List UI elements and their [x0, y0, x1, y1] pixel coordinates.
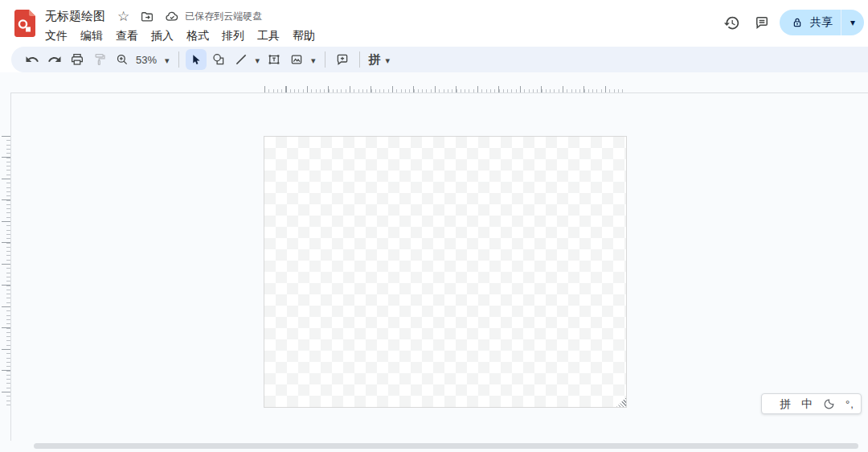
line-tool-button[interactable]: [231, 49, 252, 70]
menu-item-view[interactable]: 查看: [109, 27, 145, 45]
print-button[interactable]: [67, 49, 88, 70]
share-button-label: 共享: [810, 15, 833, 30]
move-to-folder-icon[interactable]: [140, 10, 154, 24]
horizontal-ruler: [264, 86, 625, 92]
header-actions: 共享 ▾: [719, 10, 864, 35]
line-dropdown-arrow-icon[interactable]: ▾: [252, 52, 264, 67]
ime-language-toggle[interactable]: 中: [801, 398, 813, 409]
google-drawings-window: 无标题绘图 ☆ 已保存到云端硬盘 文件 编辑: [0, 0, 868, 452]
menu-item-help[interactable]: 帮助: [286, 27, 321, 45]
select-tool-button[interactable]: [186, 49, 207, 70]
undo-button[interactable]: [22, 49, 43, 70]
text-box-tool-button[interactable]: [264, 49, 285, 70]
toolbar-separator: [178, 51, 179, 68]
menu-bar: 文件 编辑 查看 插入 格式 排列 工具 帮助: [39, 27, 321, 45]
input-method-toolbar: 拼 中 °,: [761, 393, 862, 414]
version-history-icon[interactable]: [719, 10, 744, 35]
lock-icon: [791, 16, 804, 29]
input-tools-button[interactable]: 拼: [369, 52, 381, 68]
zoom-level-value[interactable]: 53%: [136, 54, 158, 66]
menu-item-format[interactable]: 格式: [180, 27, 215, 45]
title-block: 无标题绘图 ☆ 已保存到云端硬盘 文件 编辑: [45, 7, 321, 45]
horizontal-scrollbar[interactable]: [34, 443, 858, 449]
cloud-saved-icon[interactable]: [165, 10, 179, 24]
google-drawings-logo-icon[interactable]: [14, 10, 35, 37]
toolbar-separator: [325, 51, 326, 68]
zoom-dropdown-arrow-icon[interactable]: ▾: [162, 52, 173, 67]
ime-width-moon-icon[interactable]: [823, 398, 835, 410]
image-dropdown-arrow-icon[interactable]: ▾: [308, 52, 319, 67]
insert-image-button[interactable]: [286, 49, 307, 70]
toolbar: 53% ▾ ▾: [11, 47, 868, 72]
canvas-resize-handle[interactable]: [616, 397, 626, 407]
zoom-button[interactable]: [112, 49, 133, 70]
work-area: 拼 中 °,: [0, 72, 868, 452]
toolbar-separator: [359, 51, 360, 68]
work-area-top-border: [10, 92, 868, 93]
menu-item-arrange[interactable]: 排列: [215, 27, 251, 45]
redo-button[interactable]: [44, 49, 65, 70]
share-button[interactable]: 共享 ▾: [780, 10, 864, 35]
share-dropdown-button[interactable]: ▾: [841, 10, 864, 35]
document-title[interactable]: 无标题绘图: [45, 9, 105, 24]
ime-punctuation-toggle[interactable]: °,: [845, 399, 854, 409]
star-icon[interactable]: ☆: [117, 10, 129, 23]
shape-tool-button[interactable]: [208, 49, 229, 70]
ime-pinyin-toggle[interactable]: 拼: [780, 398, 791, 409]
menu-item-insert[interactable]: 插入: [145, 27, 180, 45]
menu-item-edit[interactable]: 编辑: [74, 27, 109, 45]
menu-item-file[interactable]: 文件: [39, 27, 74, 45]
input-tools-dropdown-arrow-icon[interactable]: ▾: [383, 52, 394, 67]
header: 无标题绘图 ☆ 已保存到云端硬盘 文件 编辑: [0, 0, 868, 47]
add-comment-button[interactable]: [332, 49, 353, 70]
vertical-ruler: [2, 136, 10, 407]
menu-item-tools[interactable]: 工具: [251, 27, 286, 45]
dropdown-arrow-icon: ▾: [850, 18, 855, 27]
share-button-main[interactable]: 共享: [780, 10, 841, 35]
saved-status-text[interactable]: 已保存到云端硬盘: [185, 10, 262, 23]
drawing-canvas[interactable]: [264, 136, 627, 408]
paint-format-button[interactable]: [89, 49, 110, 70]
comments-icon[interactable]: [749, 10, 775, 35]
work-area-left-border: [10, 92, 11, 441]
